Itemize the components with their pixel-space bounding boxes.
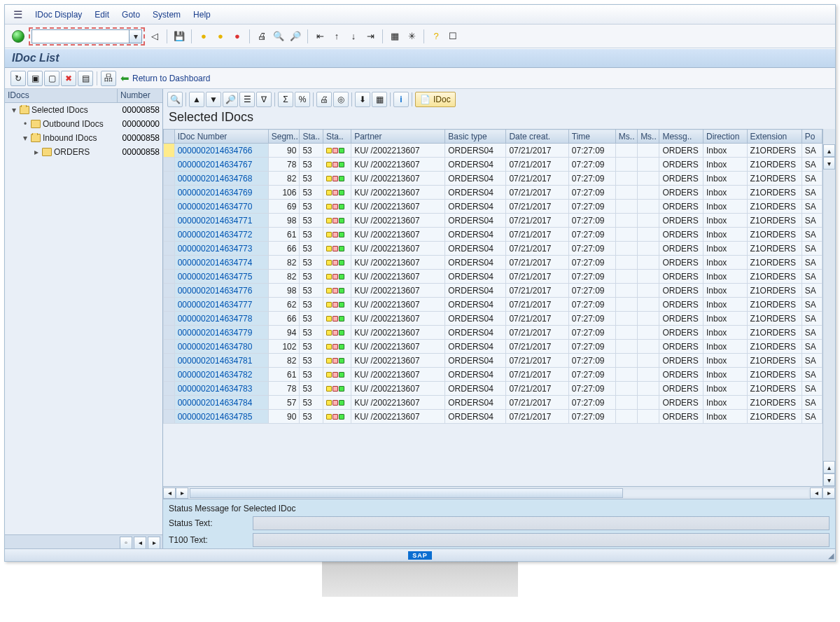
column-header[interactable]: Extension	[747, 130, 802, 144]
filter-button[interactable]: ☰	[239, 92, 255, 107]
table-row[interactable]: 00000020146347859053KU/ /2002213607ORDER…	[164, 410, 822, 424]
column-header[interactable]: Date creat.	[506, 130, 568, 144]
table-row[interactable]: 00000020146347818253KU/ /2002213607ORDER…	[164, 354, 822, 368]
menu-idoc-display[interactable]: IDoc Display	[35, 10, 82, 20]
scroll-right2-icon[interactable]: ◂	[810, 488, 822, 499]
alv-grid[interactable]: IDoc NumberSegm..Sta..Sta..PartnerBasic …	[163, 129, 822, 486]
find-next-icon[interactable]: 🔎	[288, 29, 302, 43]
table-row[interactable]: 00000020146347748253KU/ /2002213607ORDER…	[164, 256, 822, 270]
next-page-icon[interactable]: ↓	[346, 29, 360, 43]
table-row[interactable]: 00000020146347736653KU/ /2002213607ORDER…	[164, 242, 822, 256]
column-header[interactable]: Partner	[351, 130, 445, 144]
table-row[interactable]: 00000020146347688253KU/ /2002213607ORDER…	[164, 172, 822, 186]
export-excel-button[interactable]: ⬇	[355, 92, 370, 107]
column-header[interactable]: Po	[802, 130, 822, 144]
grid-horizontal-scrollbar[interactable]: ◂ ▸ ◂ ▸	[163, 486, 835, 499]
tree-item[interactable]: ▾Selected IDocs00000858	[5, 103, 162, 117]
sort-desc-button[interactable]: ▼	[206, 92, 221, 107]
new-session-icon[interactable]: ▦	[388, 29, 402, 43]
column-header[interactable]: Ms..	[615, 130, 637, 144]
collapse-button[interactable]: ▢	[44, 71, 59, 86]
command-dropdown-icon[interactable]: ▾	[130, 29, 142, 43]
exit-sphere-icon[interactable]: ●	[214, 29, 227, 43]
find-icon[interactable]: 🔍	[272, 29, 286, 43]
scroll-left-icon[interactable]: ◂	[163, 488, 176, 499]
column-header[interactable]: Ms..	[638, 130, 659, 144]
info-button[interactable]: i	[393, 92, 409, 107]
table-row[interactable]: 00000020146347706953KU/ /2002213607ORDER…	[164, 200, 822, 214]
twisty-icon[interactable]: ▾	[10, 105, 18, 115]
scroll-h-track[interactable]	[190, 490, 808, 497]
print-icon[interactable]: 🖨	[255, 29, 269, 43]
back-sphere-icon[interactable]: ●	[197, 29, 211, 43]
command-input[interactable]	[31, 29, 130, 43]
column-header[interactable]: IDoc Number	[174, 130, 268, 144]
scroll-up2-icon[interactable]: ▴	[823, 461, 835, 474]
refresh-button[interactable]: ↻	[10, 71, 26, 86]
table-row[interactable]: 00000020146347776253KU/ /2002213607ORDER…	[164, 298, 822, 312]
tree-scroll-left-button[interactable]: ◂	[134, 537, 146, 549]
export-button[interactable]: ▤	[78, 71, 93, 86]
twisty-icon[interactable]: ▾	[22, 133, 29, 143]
table-row[interactable]: 000000201463476910653KU/ /2002213607ORDE…	[164, 186, 822, 200]
table-row[interactable]: 00000020146347845753KU/ /2002213607ORDER…	[164, 396, 822, 410]
save-icon[interactable]: 💾	[172, 29, 186, 43]
table-row[interactable]: 00000020146347677853KU/ /2002213607ORDER…	[164, 158, 822, 172]
scroll-up-icon[interactable]: ▴	[823, 144, 835, 157]
first-page-icon[interactable]: ⇤	[313, 29, 327, 43]
back-icon[interactable]: ◁	[148, 29, 162, 43]
cancel-sphere-icon[interactable]: ●	[230, 29, 244, 43]
tree-item[interactable]: ▾Inbound IDocs00000858	[5, 131, 162, 145]
table-row[interactable]: 000000201463478010253KU/ /2002213607ORDE…	[164, 340, 822, 354]
print-button[interactable]: 🖨	[316, 92, 332, 107]
view-button[interactable]: ◎	[333, 92, 349, 107]
layout-icon[interactable]: ☐	[446, 29, 460, 43]
grid-vertical-scrollbar[interactable]: ▴ ▾ ▴ ▾	[822, 129, 835, 486]
table-row[interactable]: 00000020146347837853KU/ /2002213607ORDER…	[164, 382, 822, 396]
column-header[interactable]: Sta..	[300, 130, 323, 144]
table-row[interactable]: 00000020146347799453KU/ /2002213607ORDER…	[164, 326, 822, 340]
table-row[interactable]: 00000020146347726153KU/ /2002213607ORDER…	[164, 228, 822, 242]
prev-page-icon[interactable]: ↑	[330, 29, 344, 43]
column-header[interactable]: Sta..	[323, 130, 351, 144]
column-header[interactable]: Messg..	[659, 130, 704, 144]
return-to-dashboard-button[interactable]: ⬅ Return to Dashboard	[118, 72, 213, 85]
scroll-right-icon[interactable]: ▸	[822, 488, 835, 499]
subtotal-button[interactable]: %	[295, 92, 310, 107]
filter-off-button[interactable]: ∇	[256, 92, 272, 107]
scroll-v-track[interactable]	[823, 170, 835, 461]
table-row[interactable]: 00000020146347786653KU/ /2002213607ORDER…	[164, 312, 822, 326]
scroll-left2-icon[interactable]: ▸	[176, 488, 188, 499]
column-header[interactable]: Basic type	[445, 130, 506, 144]
menu-edit[interactable]: Edit	[94, 10, 109, 20]
find-button[interactable]: 🔎	[223, 92, 238, 107]
twisty-icon[interactable]: ▸	[33, 147, 40, 157]
table-row[interactable]: 00000020146347769853KU/ /2002213607ORDER…	[164, 284, 822, 298]
sort-asc-button[interactable]: ▲	[189, 92, 204, 107]
column-header[interactable]	[164, 130, 175, 144]
details-button[interactable]: 🔍	[167, 92, 183, 107]
hierarchy-button[interactable]: 品	[101, 71, 116, 86]
delete-button[interactable]: ✖	[61, 71, 76, 86]
twisty-icon[interactable]: •	[22, 119, 29, 129]
tree-scroll-right-button[interactable]: ▸	[148, 537, 160, 549]
layout-button[interactable]: ▦	[372, 92, 387, 107]
last-page-icon[interactable]: ⇥	[363, 29, 377, 43]
tree-body[interactable]: ▾Selected IDocs00000858•Outbound IDocs00…	[5, 103, 162, 534]
menu-system[interactable]: System	[153, 10, 181, 20]
shortcut-icon[interactable]: ✳	[405, 29, 419, 43]
menu-icon[interactable]: ☰	[13, 8, 22, 21]
scroll-down-step-icon[interactable]: ▾	[823, 157, 835, 170]
table-row[interactable]: 00000020146347719853KU/ /2002213607ORDER…	[164, 214, 822, 228]
table-row[interactable]: 00000020146347758253KU/ /2002213607ORDER…	[164, 270, 822, 284]
table-row[interactable]: 00000020146347826153KU/ /2002213607ORDER…	[164, 368, 822, 382]
resize-grip-icon[interactable]: ◢	[828, 551, 834, 560]
total-button[interactable]: Σ	[278, 92, 293, 107]
table-row[interactable]: 00000020146347669053KU/ /2002213607ORDER…	[164, 144, 822, 158]
column-header[interactable]: Time	[568, 130, 615, 144]
scroll-down-icon[interactable]: ▾	[823, 474, 835, 486]
tree-item[interactable]: •Outbound IDocs00000000	[5, 117, 162, 131]
idoc-chip-button[interactable]: 📄 IDoc	[415, 92, 456, 107]
menu-goto[interactable]: Goto	[122, 10, 140, 20]
tree-column-config-button[interactable]: ▫	[120, 537, 132, 549]
